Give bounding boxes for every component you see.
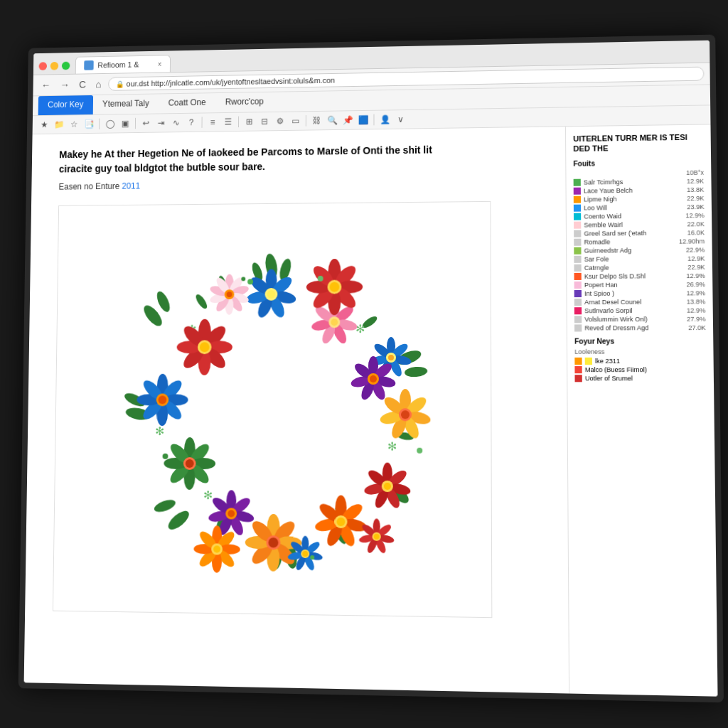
- tab-ytemeal-taly[interactable]: Ytemeal Taly: [92, 94, 159, 114]
- minimize-button[interactable]: [50, 61, 59, 70]
- svg-point-55: [331, 318, 338, 326]
- legend-item-pct: 22.0K: [687, 220, 704, 228]
- separator4: [238, 117, 239, 128]
- legend-item-name: Guirneedstr Adg: [584, 246, 683, 254]
- svg-point-37: [200, 342, 210, 352]
- legend-item-name: Popert Han: [584, 281, 683, 289]
- list-icon[interactable]: ≡: [206, 116, 219, 129]
- forward-button[interactable]: →: [58, 78, 73, 92]
- svg-point-189: [370, 375, 377, 382]
- close-button[interactable]: [39, 62, 48, 70]
- legend-item-pct: 23.9K: [687, 203, 704, 210]
- legend-color-swatch: [574, 196, 581, 203]
- back-button[interactable]: ←: [38, 78, 53, 92]
- svg-text:✻: ✻: [155, 425, 164, 437]
- question-icon[interactable]: ?: [185, 116, 198, 129]
- svg-point-17: [194, 293, 209, 311]
- pin-icon[interactable]: 📌: [341, 114, 354, 127]
- tab-coatt-one[interactable]: Coatt One: [159, 93, 215, 113]
- legend-color-swatch: [574, 238, 581, 245]
- bookmark2-icon[interactable]: 📑: [82, 118, 95, 131]
- svg-point-4: [405, 366, 428, 378]
- bookmark-icon[interactable]: ★: [38, 119, 50, 132]
- legend-row: Reved of Dressm Agd27.0K: [574, 324, 706, 332]
- user-icon[interactable]: 👤: [378, 113, 391, 126]
- tab-rworcop[interactable]: Rworc'cop: [215, 92, 274, 113]
- home-button[interactable]: ⌂: [92, 77, 104, 91]
- svg-point-140: [330, 282, 340, 292]
- footer-swatch-yellow: [585, 357, 592, 364]
- box-icon[interactable]: ▭: [289, 114, 301, 127]
- folder-icon[interactable]: 📁: [53, 118, 65, 131]
- tab-close-button[interactable]: ×: [158, 60, 162, 68]
- square-icon[interactable]: ▣: [119, 117, 131, 130]
- gear-icon[interactable]: ⚙: [274, 115, 287, 128]
- browser-window: Refioom 1 & × ← → C ⌂ 🔒 our.dst http://j…: [24, 41, 718, 697]
- legend-item-pct: 13.8K: [687, 186, 704, 193]
- refresh-button[interactable]: C: [76, 77, 89, 91]
- color-icon[interactable]: 🟦: [357, 114, 370, 127]
- legend-item-pct: 26.9%: [686, 281, 705, 288]
- tab-title: Refioom 1 &: [97, 60, 139, 70]
- legend-item-pct: 12.9%: [687, 289, 706, 296]
- legend-item-name: Lipme Nigh: [584, 195, 684, 203]
- svg-point-103: [336, 518, 345, 526]
- separator2: [135, 118, 136, 129]
- tab-color-key[interactable]: Color Key: [38, 95, 93, 115]
- grid2-icon[interactable]: ⊟: [258, 115, 271, 128]
- footer-legend: Looleness: [574, 348, 706, 355]
- svg-point-191: [241, 277, 245, 281]
- legend-item-name: Greel Sard ser ('etath: [584, 229, 684, 237]
- legend-item-name: Salr Tcimrhgs: [584, 178, 684, 186]
- legend-row: Semble Wairl22.0K: [574, 220, 705, 229]
- legend-color-swatch: [574, 290, 582, 297]
- legend-color-swatch: [574, 255, 581, 262]
- article-link[interactable]: 2011: [122, 181, 140, 191]
- legend-color-swatch: [574, 316, 582, 323]
- legend-item-pct: 12.90hm: [679, 237, 705, 245]
- svg-point-84: [228, 510, 235, 517]
- sidebar-section-fouits: Fouits: [573, 158, 703, 167]
- legend-row: Salr Tcimrhgs12.9K: [574, 177, 705, 186]
- legend-row: Int Spioo )12.9%: [574, 289, 705, 297]
- legend-color-swatch: [574, 204, 581, 211]
- footer-section-title: Foyur Neys: [574, 337, 706, 345]
- legend-item-name: Lace Yaue Belch: [584, 186, 684, 194]
- list2-icon[interactable]: ☰: [222, 116, 235, 129]
- legend-item-name: Romadle: [584, 237, 675, 245]
- legend-item-name: Arnat Desel Counel: [584, 298, 684, 306]
- star-icon[interactable]: ☆: [68, 118, 80, 131]
- footer-label-2: Malco (Buess Fiirnol): [585, 366, 647, 373]
- chevron-icon[interactable]: ∨: [394, 113, 407, 126]
- separator3: [202, 117, 203, 128]
- footer-swatch-red: [574, 366, 582, 373]
- browser-tab[interactable]: Refioom 1 & ×: [75, 55, 171, 74]
- legend-color-swatch: [574, 187, 581, 194]
- legend-color-swatch: [574, 221, 581, 228]
- maximize-button[interactable]: [62, 61, 70, 70]
- footer-swatch-darkred: [574, 375, 582, 382]
- legend-item-name: Volslummin Wirk Onl): [584, 315, 684, 323]
- article-title: Makey he At ther Hegetion Ne of Iaokeed …: [59, 142, 462, 176]
- legend-row: Volslummin Wirk Onl)27.9%: [574, 315, 706, 323]
- svg-point-193: [417, 448, 422, 454]
- legend-item-name: Semble Wairl: [584, 220, 684, 228]
- svg-point-8: [166, 508, 192, 532]
- arrow2-icon[interactable]: ⇥: [155, 117, 168, 129]
- legend-item-pct: 27.9%: [687, 315, 706, 322]
- wave-icon[interactable]: ∿: [170, 117, 183, 129]
- arrow-icon[interactable]: ↩: [140, 117, 153, 129]
- legend-row: Sar Fole12.9K: [574, 255, 705, 262]
- legend-row: Coento Waid12.9%: [574, 212, 705, 220]
- flower-wreath-image: ✻ ✻ ✻ ✻ ✻ ✻: [95, 230, 449, 588]
- legend-item-name: Reved of Dressm Agd: [584, 324, 685, 331]
- legend-color-swatch: [574, 299, 582, 306]
- tab-favicon: [84, 60, 94, 70]
- legend-row: Sutlnvarlo Sorpil12.9%: [574, 306, 706, 314]
- legend-item-pct: 12.9K: [687, 255, 705, 262]
- grid-icon[interactable]: ⊞: [243, 115, 256, 128]
- search-icon[interactable]: 🔍: [326, 114, 338, 127]
- legend-color-swatch: [574, 264, 581, 271]
- circle-icon[interactable]: ◯: [104, 117, 116, 130]
- link-icon[interactable]: ⛓: [311, 114, 323, 127]
